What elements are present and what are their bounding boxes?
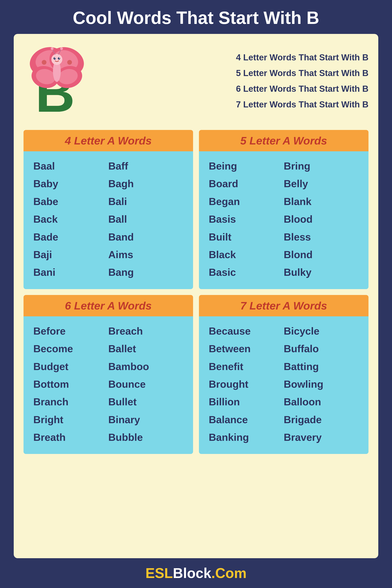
list-item: Bring [284, 157, 359, 175]
list-item: Bullet [108, 393, 184, 410]
list-item: Batting [284, 358, 359, 375]
page-title: Cool Words That Start With B [0, 8, 392, 28]
nav-link-6[interactable]: 6 Letter Words That Start With B [236, 84, 368, 94]
list-item: Blank [284, 193, 359, 210]
list-item: Benefit [209, 358, 284, 375]
nav-link-4[interactable]: 4 Letter Words That Start With B [236, 52, 368, 62]
nav-link-7[interactable]: 7 Letter Words That Start With B [236, 100, 368, 109]
list-item: Bani [33, 264, 108, 281]
list-item: Bamboo [108, 358, 184, 375]
section-six-letter: 6 Letter A Words Before Become Budget Bo… [24, 295, 193, 454]
word-grid: 4 Letter A Words Baal Baby Babe Back Bad… [24, 130, 368, 454]
list-item: Because [209, 322, 284, 340]
list-item: Ballet [108, 340, 184, 358]
list-item: Bright [33, 411, 108, 428]
footer-esl: ESL [146, 565, 173, 581]
list-item: Belly [284, 175, 359, 192]
list-item: Blood [284, 210, 359, 228]
list-item: Bali [108, 193, 184, 210]
list-item: Baji [33, 246, 108, 264]
words-col2-four: Baff Bagh Bali Ball Band Aims Bang [108, 157, 184, 281]
svg-point-19 [67, 60, 72, 65]
section-header-four: 4 Letter A Words [24, 130, 193, 151]
list-item: Bottom [33, 375, 108, 393]
section-header-seven: 7 Letter A Words [199, 295, 368, 316]
list-item: Back [33, 210, 108, 228]
list-item: Binary [108, 411, 184, 428]
list-item: Billion [209, 393, 284, 410]
illustration: B [24, 42, 98, 120]
list-item: Buffalo [284, 340, 359, 358]
list-item: Bubble [108, 428, 184, 446]
section-title-five: 5 Letter A Words [205, 134, 362, 147]
nav-link-5[interactable]: 5 Letter Words That Start With B [236, 68, 368, 78]
words-col1-four: Baal Baby Babe Back Bade Baji Bani [33, 157, 108, 281]
footer-block: Block [173, 565, 211, 581]
list-item: Blond [284, 246, 359, 264]
list-item: Banking [209, 428, 284, 446]
words-col1-seven: Because Between Benefit Brought Billion … [209, 322, 284, 446]
words-col1-six: Before Become Budget Bottom Branch Brigh… [33, 322, 108, 446]
list-item: Bowling [284, 375, 359, 393]
svg-point-17 [60, 47, 63, 50]
list-item: Band [108, 228, 184, 246]
list-item: Baby [33, 175, 108, 192]
list-item: Bicycle [284, 322, 359, 340]
svg-point-18 [42, 60, 46, 65]
section-body-six: Before Become Budget Bottom Branch Brigh… [24, 316, 193, 454]
list-item: Brought [209, 375, 284, 393]
list-item: Before [33, 322, 108, 340]
list-item: Budget [33, 358, 108, 375]
list-item: Balance [209, 411, 284, 428]
svg-point-11 [58, 57, 60, 60]
list-item: Baff [108, 157, 184, 175]
list-item: Bang [108, 264, 184, 281]
list-item: Black [209, 246, 284, 264]
list-item: Balloon [284, 393, 359, 410]
list-item: Become [33, 340, 108, 358]
section-body-five: Being Board Began Basis Built Black Basi… [199, 151, 368, 289]
section-title-four: 4 Letter A Words [30, 134, 187, 147]
page-header: Cool Words That Start With B [0, 0, 392, 34]
page-footer: ESLBlock.Com [0, 558, 392, 588]
list-item: Bounce [108, 375, 184, 393]
main-content: B 4 Letter Words That Start With B 5 Let… [14, 34, 378, 558]
words-col2-six: Breach Ballet Bamboo Bounce Bullet Binar… [108, 322, 184, 446]
section-four-letter: 4 Letter A Words Baal Baby Babe Back Bad… [24, 130, 193, 289]
list-item: Built [209, 228, 284, 246]
list-item: Branch [33, 393, 108, 410]
words-col2-seven: Bicycle Buffalo Batting Bowling Balloon … [284, 322, 359, 446]
list-item: Bless [284, 228, 359, 246]
list-item: Bagh [108, 175, 184, 192]
section-body-seven: Because Between Benefit Brought Billion … [199, 316, 368, 454]
list-item: Basic [209, 264, 284, 281]
list-item: Basis [209, 210, 284, 228]
nav-links: 4 Letter Words That Start With B 5 Lette… [224, 52, 368, 109]
list-item: Aims [108, 246, 184, 264]
words-col2-five: Bring Belly Blank Blood Bless Blond Bulk… [284, 157, 359, 281]
list-item: Baal [33, 157, 108, 175]
section-body-four: Baal Baby Babe Back Bade Baji Bani Baff … [24, 151, 193, 289]
list-item: Breach [108, 322, 184, 340]
list-item: Bulky [284, 264, 359, 281]
section-five-letter: 5 Letter A Words Being Board Began Basis… [199, 130, 368, 289]
list-item: Bade [33, 228, 108, 246]
footer-com: .Com [211, 565, 246, 581]
svg-point-13 [59, 58, 60, 58]
list-item: Being [209, 157, 284, 175]
svg-point-15 [51, 47, 54, 50]
section-header-five: 5 Letter A Words [199, 130, 368, 151]
svg-point-10 [54, 57, 56, 60]
section-header-six: 6 Letter A Words [24, 295, 193, 316]
list-item: Ball [108, 210, 184, 228]
section-title-seven: 7 Letter A Words [205, 299, 362, 312]
footer-brand: ESLBlock.Com [0, 565, 392, 581]
section-title-six: 6 Letter A Words [30, 299, 187, 312]
list-item: Breath [33, 428, 108, 446]
top-section: B 4 Letter Words That Start With B 5 Let… [24, 42, 368, 120]
list-item: Brigade [284, 411, 359, 428]
list-item: Between [209, 340, 284, 358]
list-item: Babe [33, 193, 108, 210]
butterfly-icon [28, 42, 86, 100]
words-col1-five: Being Board Began Basis Built Black Basi… [209, 157, 284, 281]
